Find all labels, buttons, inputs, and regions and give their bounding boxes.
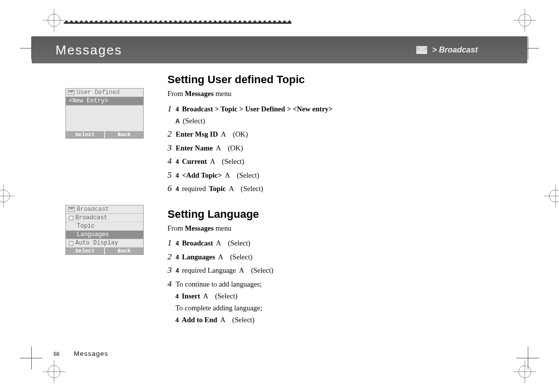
step-line: 4To continue to add languages; [168,278,353,291]
step-action: A (Select) [239,265,273,276]
step-action: A (Select) [216,238,250,249]
step-action: A (Select) [210,156,244,167]
lcd-row-label: Auto Display [75,240,118,246]
crop-mark [20,346,43,369]
step-line: A(Select) [175,116,353,127]
step-line: 4Add to EndA (Select) [175,315,353,326]
left-column: User Defined <New Entry> Select Back Bro… [65,69,160,362]
from-line: From Messages menu [168,89,353,99]
reg-mark [549,190,559,202]
nav-glyph: 4 [176,239,179,248]
step-text: To complete adding language; [175,303,262,314]
step-bold: Languages [182,252,215,263]
step-line: 2Enter Msg IDA (OK) [168,128,353,141]
step-line: 54<Add Topic>A (Select) [168,169,353,182]
lcd-row-new-entry[interactable]: <New Entry> [66,97,143,105]
lcd-softkeys: Select Back [66,247,143,254]
step-number: 6 [168,182,172,195]
nav-glyph: A [175,117,180,126]
nav-glyph: 4 [175,316,179,325]
instructions: Setting User defined Topic From Messages… [168,69,353,362]
checkbox-icon [69,241,73,245]
step-action: A (OK) [221,129,248,140]
step-line: 24LanguagesA (Select) [168,250,353,263]
checkbox-icon [69,216,73,220]
step-line: 34required LanguageA (Select) [168,264,353,277]
step-action: A (Select) [225,170,259,181]
breadcrumb-text: > Broadcast [432,46,478,54]
step-action: A (Select) [229,184,263,195]
from-line: From Messages menu [168,223,353,234]
reg-mark [48,365,60,378]
lcd-row-label: Topic [77,223,95,230]
envelope-icon [68,207,75,212]
lcd-title: Broadcast [77,206,109,213]
step-action: A (OK) [216,143,243,154]
lcd-row-label: Languages [77,231,109,238]
footer: 66 Messages [54,350,109,357]
reg-mark [0,190,10,202]
nav-glyph: 4 [176,171,179,180]
step-number: 2 [168,128,172,141]
from-prefix: From [168,90,185,98]
step-number: 5 [168,169,172,182]
page-title: Messages [56,43,122,58]
lcd-softkeys: Select Back [66,131,143,138]
step-action: (Select) [183,116,205,127]
step-bold: Topic [209,184,226,195]
step-bold: Enter Msg ID [176,129,218,140]
step-bold: Add to End [182,315,218,326]
step-number: 4 [168,278,172,291]
lcd-row-topic[interactable]: Topic [66,222,143,231]
step-text: required Language [182,265,236,276]
step-bold: Current [182,156,207,167]
right-column [361,69,509,362]
step-text: To continue to add languages; [176,279,262,290]
lcd-row-label: Broadcast [75,214,108,221]
lcd-row-languages[interactable]: Languages [66,231,143,239]
nav-glyph: 4 [176,105,179,114]
step-action: A (Select) [220,315,254,326]
step-line: 44CurrentA (Select) [168,155,353,168]
page-number: 66 [54,351,59,357]
page: ◆◆◆◆◆◆◆◆◆◆◆◆◆◆◆◆◆◆◆◆◆◆◆◆◆◆◆◆◆◆◆◆◆◆◆◆◆◆◆◆… [0,0,559,392]
lcd-user-defined: User Defined <New Entry> Select Back [65,88,144,139]
step-number: 4 [168,155,172,168]
content: User Defined <New Entry> Select Back Bro… [65,69,509,362]
softkey-back[interactable]: Back [104,131,143,138]
step-bold: Insert [182,291,200,302]
step-action: A (Select) [203,291,237,302]
step-number: 3 [168,264,172,277]
reg-mark [518,365,531,378]
lcd-row-auto-display[interactable]: Auto Display [66,239,143,247]
nav-glyph: 4 [176,185,179,194]
step-number: 3 [168,142,172,154]
softkey-back[interactable]: Back [104,247,143,254]
step-bold: <Add Topic> [182,170,222,181]
from-bold: Messages [185,224,214,232]
step-bold: Broadcast > Topic > User Defined > <New … [182,104,333,115]
from-suffix: menu [214,224,231,232]
nav-glyph: 4 [176,266,179,275]
nav-glyph: 4 [176,157,179,166]
reg-mark [518,14,531,27]
envelope-icon [68,90,75,95]
steps-user-defined: 14Broadcast > Topic > User Defined > <Ne… [168,102,353,195]
step-action: A (Select) [218,252,252,263]
step-line: 14Broadcast > Topic > User Defined > <Ne… [168,102,353,115]
softkey-select[interactable]: Select [66,247,104,254]
step-bold: Enter Name [176,143,213,154]
steps-language: 14BroadcastA (Select)24LanguagesA (Selec… [168,237,353,325]
lcd-row-broadcast[interactable]: Broadcast [66,214,143,222]
lcd-titlebar: Broadcast [66,205,143,214]
step-number: 2 [168,250,172,263]
step-line: 4InsertA (Select) [175,291,353,302]
lcd-broadcast: Broadcast Broadcast Topic Languages Auto… [65,205,144,255]
lcd-row-label: <New Entry> [69,98,108,104]
step-line: 64required TopicA (Select) [168,182,353,195]
lcd-title: User Defined [77,89,119,96]
breadcrumb: > Broadcast [416,46,478,54]
softkey-select[interactable]: Select [66,131,104,138]
step-line: 14BroadcastA (Select) [168,237,353,249]
from-suffix: menu [214,90,231,98]
